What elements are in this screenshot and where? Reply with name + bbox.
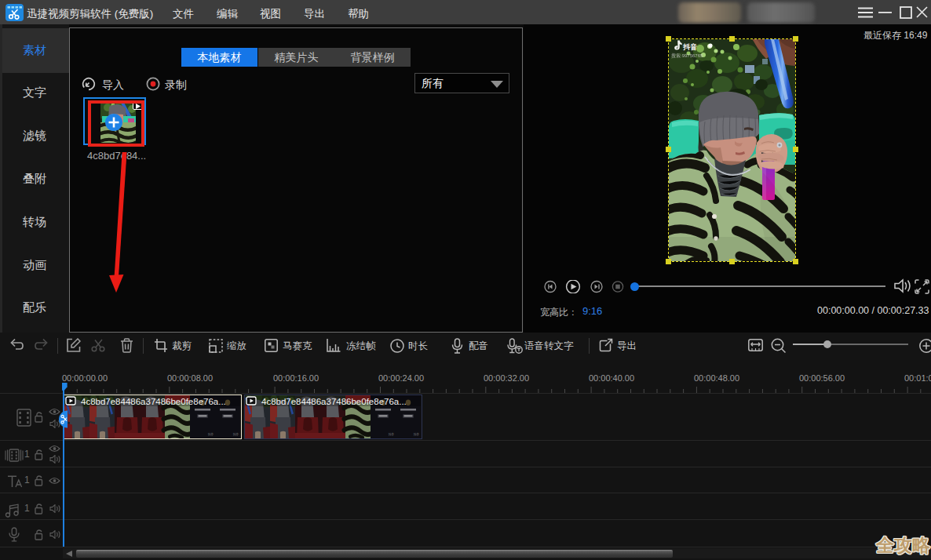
svg-text:抖音: 抖音 bbox=[682, 43, 697, 51]
svg-text:4c8bd7e84486a37486be0fe8e76a..: 4c8bd7e84486a37486be0fe8e76a... bbox=[81, 397, 226, 406]
svg-text:4c8bd7e84486a37486be0fe8e76a..: 4c8bd7e84486a37486be0fe8e76a... bbox=[261, 397, 407, 406]
svg-text:搜索:99756765: 搜索:99756765 bbox=[671, 53, 703, 59]
